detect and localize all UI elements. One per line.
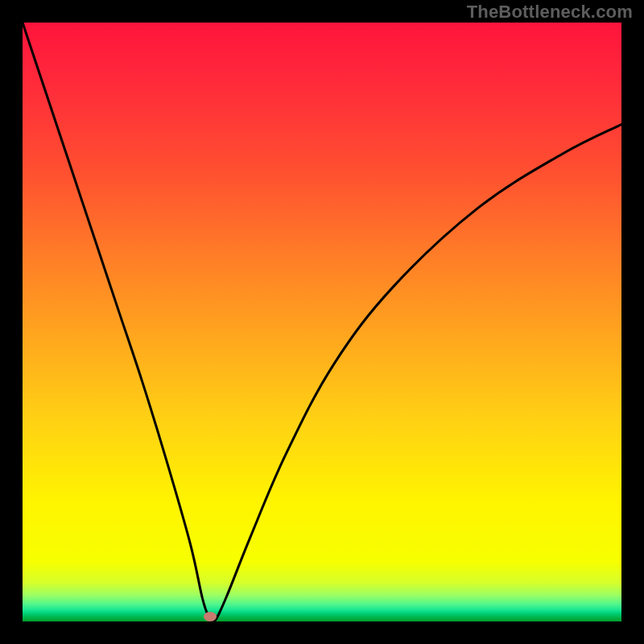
curve-layer <box>23 23 621 621</box>
bottleneck-curve <box>23 23 621 621</box>
plot-area <box>23 23 621 621</box>
watermark-text: TheBottleneck.com <box>467 2 633 23</box>
optimal-point-marker <box>204 612 217 621</box>
app-frame: TheBottleneck.com <box>0 0 644 644</box>
